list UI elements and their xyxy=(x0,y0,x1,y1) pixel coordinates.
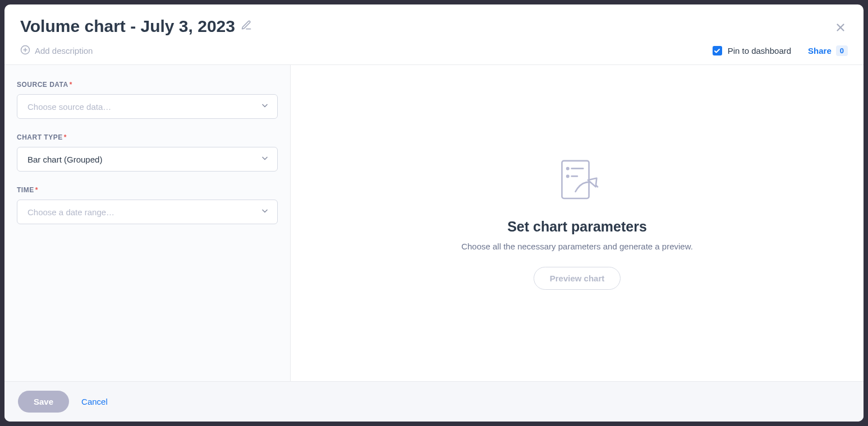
svg-rect-5 xyxy=(562,160,589,198)
share-button[interactable]: Share xyxy=(808,46,832,55)
parameters-sidebar: SOURCE DATA* Choose source data… CHART T… xyxy=(4,65,291,381)
modal-footer: Save Cancel xyxy=(4,381,864,422)
source-data-field: SOURCE DATA* Choose source data… xyxy=(17,81,278,119)
svg-point-8 xyxy=(567,175,568,177)
empty-state-illustration-icon xyxy=(461,157,693,205)
chevron-down-icon xyxy=(260,207,269,217)
pin-checkbox[interactable] xyxy=(713,46,722,55)
add-description-button[interactable]: Add description xyxy=(20,45,93,57)
chart-type-label: CHART TYPE* xyxy=(17,133,278,141)
required-marker: * xyxy=(35,186,38,194)
source-data-select[interactable]: Choose source data… xyxy=(17,94,278,119)
chart-title: Volume chart - July 3, 2023 xyxy=(20,17,235,36)
time-label: TIME* xyxy=(17,186,278,194)
chart-type-value: Bar chart (Grouped) xyxy=(27,155,102,164)
edit-title-icon[interactable] xyxy=(241,20,252,33)
header-sub-row: Add description Pin to dashboard Share 0 xyxy=(20,45,848,57)
chevron-down-icon xyxy=(260,154,269,165)
share-group: Share 0 xyxy=(808,45,848,56)
cancel-button[interactable]: Cancel xyxy=(81,397,108,406)
title-row: Volume chart - July 3, 2023 xyxy=(20,17,848,36)
modal-header: Volume chart - July 3, 2023 Add descript… xyxy=(4,4,864,65)
source-data-label: SOURCE DATA* xyxy=(17,81,278,89)
required-marker: * xyxy=(70,81,72,89)
add-description-label: Add description xyxy=(35,46,93,55)
pin-to-dashboard: Pin to dashboard xyxy=(713,46,791,55)
header-right-actions: Pin to dashboard Share 0 xyxy=(713,45,848,56)
preview-area: Set chart parameters Choose all the nece… xyxy=(291,65,864,381)
time-field: TIME* Choose a date range… xyxy=(17,186,278,224)
save-button[interactable]: Save xyxy=(18,391,69,413)
time-select[interactable]: Choose a date range… xyxy=(17,200,278,224)
svg-point-6 xyxy=(567,167,568,169)
source-data-placeholder: Choose source data… xyxy=(27,102,111,112)
empty-state-subtitle: Choose all the necessary parameters and … xyxy=(461,242,693,251)
modal-body: SOURCE DATA* Choose source data… CHART T… xyxy=(4,65,864,381)
close-icon[interactable] xyxy=(834,21,847,36)
time-placeholder: Choose a date range… xyxy=(27,207,114,217)
share-count-badge: 0 xyxy=(836,45,848,56)
empty-state: Set chart parameters Choose all the nece… xyxy=(461,157,693,290)
chart-type-select[interactable]: Bar chart (Grouped) xyxy=(17,147,278,172)
chart-editor-modal: Volume chart - July 3, 2023 Add descript… xyxy=(4,4,864,422)
empty-state-title: Set chart parameters xyxy=(461,219,693,235)
plus-circle-icon xyxy=(20,45,30,57)
pin-label: Pin to dashboard xyxy=(728,46,791,55)
chevron-down-icon xyxy=(260,101,269,112)
preview-chart-button[interactable]: Preview chart xyxy=(534,267,621,290)
chart-type-field: CHART TYPE* Bar chart (Grouped) xyxy=(17,133,278,172)
required-marker: * xyxy=(64,133,67,141)
